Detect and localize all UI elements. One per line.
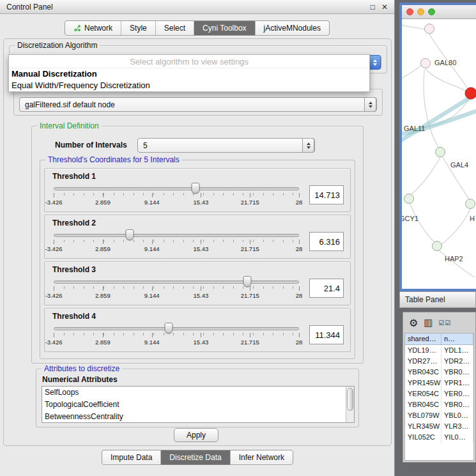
slider-scale-label: 15.43 <box>194 199 209 206</box>
slider-major-tick <box>201 240 201 244</box>
table-body: YDL19…YDL1…YDR27…YDR2…YBR043CYBR0…YPR145… <box>405 345 473 443</box>
tab-style[interactable]: Style <box>121 21 156 35</box>
slider-major-tick <box>299 240 300 244</box>
apply-button[interactable]: Apply <box>174 428 219 442</box>
attribute-list-item[interactable]: TopologicalCoefficient <box>42 399 354 411</box>
zoom-button[interactable] <box>428 8 435 15</box>
tab-jactivemnodules[interactable]: jActiveMNodules <box>256 21 329 35</box>
table-row[interactable]: YDR27…YDR2… <box>405 356 473 367</box>
table-row[interactable]: YDL19…YDL1… <box>405 345 473 356</box>
threshold-label: Threshold 3 <box>52 265 344 274</box>
slider-major-tick <box>299 193 300 197</box>
slider-major-tick <box>152 333 153 337</box>
select-columns-icon[interactable]: ☑☑ <box>439 319 452 326</box>
slider-scale-label: 28 <box>296 245 303 252</box>
network-node[interactable] <box>404 194 414 204</box>
tab-cyni-toolbox[interactable]: Cyni Toolbox <box>194 21 255 35</box>
slider-major-tick <box>299 333 300 337</box>
threshold-slider[interactable]: -3.4262.8599.14415.4321.71528 <box>54 181 299 208</box>
table-row[interactable]: YIL052CYIL0… <box>405 432 473 443</box>
slider-major-tick <box>103 240 104 244</box>
slider-major-tick <box>103 333 104 337</box>
control-panel-titlebar[interactable]: Control Panel □ ✕ <box>0 0 394 14</box>
network-node[interactable] <box>424 24 434 34</box>
close-window-icon[interactable]: ✕ <box>381 3 388 12</box>
slider-major-tick <box>103 193 104 197</box>
network-node[interactable] <box>435 147 445 157</box>
combo-stepper-icon[interactable] <box>302 138 314 153</box>
float-window-icon[interactable]: □ <box>371 3 375 12</box>
slider-scale-label: 2.859 <box>95 339 111 346</box>
network-node-label: GAL4 <box>450 161 468 169</box>
tab-infer-network[interactable]: Infer Network <box>231 450 293 464</box>
tab-select[interactable]: Select <box>156 21 194 35</box>
network-node-label: GAL80 <box>434 59 456 66</box>
table-panel: ⚙ ▥ ☑☑ shared… n… YDL19…YDL1…YDR27…YDR2…… <box>403 312 476 463</box>
table-cell: YPR1… <box>441 378 473 388</box>
attributes-scrollbar[interactable] <box>346 387 354 422</box>
algorithm-option-equal-width[interactable]: Equal Width/Frequency Discretization <box>9 80 369 91</box>
algorithm-group-title: Discretization Algorithm <box>15 41 100 50</box>
table-row[interactable]: YPR145WYPR1… <box>405 378 473 388</box>
attributes-listbox[interactable]: SelfLoopsTopologicalCoefficientBetweenne… <box>42 386 355 423</box>
combo-stepper-icon[interactable] <box>364 97 376 112</box>
threshold-slider[interactable]: -3.4262.8599.14415.4321.71528 <box>54 228 299 255</box>
network-view-window: GAL80 GAL11 GAL4 GCY1 H HAP2 <box>399 3 476 291</box>
network-window-titlebar[interactable] <box>402 5 476 19</box>
slider-handle[interactable] <box>126 229 134 240</box>
tab-label: Impute Data <box>111 453 152 462</box>
attribute-list-item[interactable]: SelfLoops <box>42 387 354 399</box>
settings-gear-icon[interactable]: ⚙ <box>409 317 418 329</box>
network-node[interactable] <box>432 241 442 251</box>
table-row[interactable]: YBR043CYBR0… <box>405 367 473 378</box>
attribute-list-item[interactable]: BetweennessCentrality <box>42 411 354 423</box>
table-data-select[interactable]: galFiltered.sif default node <box>19 97 377 112</box>
slider-scale-label: 9.144 <box>144 292 160 299</box>
table-cell: YLR3… <box>441 421 473 432</box>
tab-network[interactable]: Network <box>65 21 121 35</box>
threshold-slider[interactable]: -3.4262.8599.14415.4321.71528 <box>54 321 299 348</box>
tab-discretize-data[interactable]: Discretize Data <box>161 450 230 464</box>
combo-stepper-icon[interactable] <box>369 55 381 70</box>
threshold-value-input[interactable]: 21.4 <box>309 279 344 298</box>
scrollbar-thumb[interactable] <box>347 388 353 411</box>
slider-scale-label: 21.715 <box>241 199 259 206</box>
network-canvas[interactable]: GAL80 GAL11 GAL4 GCY1 H HAP2 <box>402 19 476 289</box>
table-cell: YBR043C <box>405 367 441 378</box>
table-row[interactable]: YBR045CYBR0… <box>405 399 473 410</box>
table-data-group: Table Data galFiltered.sif default node <box>13 89 383 116</box>
threshold-value-input[interactable]: 14.713 <box>309 185 344 204</box>
tab-impute-data[interactable]: Impute Data <box>102 450 161 464</box>
slider-handle[interactable] <box>243 276 252 287</box>
tab-label: jActiveMNodules <box>264 24 321 33</box>
threshold-slider[interactable]: -3.4262.8599.14415.4321.71528 <box>54 275 299 302</box>
column-header-shared-name[interactable]: shared… <box>405 334 441 344</box>
control-panel-window: Control Panel □ ✕ Network Style Select C… <box>0 0 395 476</box>
threshold-label: Threshold 4 <box>52 312 344 321</box>
network-node-selected[interactable] <box>465 88 476 100</box>
column-header-name[interactable]: n… <box>441 334 473 344</box>
slider-scale-label: -3.426 <box>45 339 63 346</box>
table-row[interactable]: YER054CYER0… <box>405 388 473 399</box>
slider-handle[interactable] <box>165 323 173 334</box>
number-of-intervals-select[interactable]: 5 <box>137 138 315 153</box>
slider-scale-label: 9.144 <box>144 245 160 252</box>
columns-icon[interactable]: ▥ <box>424 317 433 328</box>
table-row[interactable]: YBL079WYBL0… <box>405 410 473 421</box>
slider-scale-label: 2.859 <box>95 245 111 252</box>
threshold-label: Threshold 1 <box>52 172 344 181</box>
close-button[interactable] <box>406 8 413 15</box>
table-cell: YIL0… <box>441 432 473 443</box>
network-node[interactable] <box>465 199 475 209</box>
tab-label: Cyni Toolbox <box>203 24 246 33</box>
threshold-value-input[interactable]: 6.316 <box>309 232 344 251</box>
algorithm-option-manual[interactable]: Manual Discretization <box>9 68 369 80</box>
network-node[interactable] <box>420 58 431 68</box>
slider-major-tick <box>54 286 54 291</box>
table-row[interactable]: YLR345WYLR3… <box>405 421 473 432</box>
table-cell: YBR045C <box>405 399 441 410</box>
minimize-button[interactable] <box>417 8 424 15</box>
table-panel-titlebar[interactable]: Table Panel <box>399 291 476 308</box>
threshold-value-input[interactable]: 11.344 <box>309 325 344 344</box>
slider-handle[interactable] <box>191 183 199 194</box>
